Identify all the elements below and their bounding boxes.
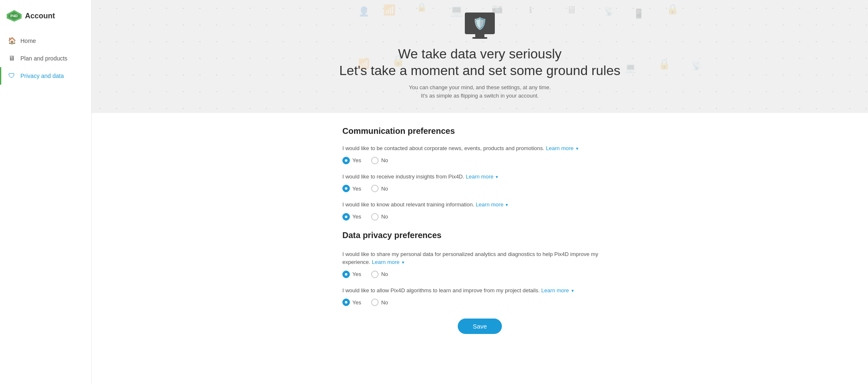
yes-label-1: Yes — [352, 157, 361, 163]
pref-algorithms-no[interactable]: No — [371, 299, 388, 306]
learn-more-corporate[interactable]: Learn more — [546, 145, 574, 151]
pref-algorithms: I would like to allow Pix4D algorithms t… — [342, 286, 617, 306]
learn-more-corporate-chevron: ▾ — [576, 146, 579, 151]
pix4d-logo-icon: P4D — [7, 10, 22, 22]
main-content: 👤 📶 🔒 💻 📷 ℹ 🖥 📡 📱 🔒 📶 🔒 💻 🔒 📡 🛡️ We tak — [92, 0, 868, 384]
home-icon: 🏠 — [8, 37, 15, 45]
no-label-5: No — [381, 299, 388, 306]
pref-industry-insights: I would like to receive industry insight… — [342, 173, 617, 193]
hero-monitor-icon: 🛡️ — [465, 13, 495, 39]
pref-analytics-no-radio[interactable] — [371, 271, 379, 278]
pref-algorithms-no-radio[interactable] — [371, 299, 379, 306]
pref-algorithms-radio-group: Yes No — [342, 299, 617, 306]
app-title: Account — [25, 12, 55, 20]
pref-algorithms-yes-radio[interactable] — [342, 299, 350, 306]
yes-label-3: Yes — [352, 213, 361, 220]
shield-icon: 🛡 — [8, 72, 15, 80]
pref-algorithms-desc: I would like to allow Pix4D algorithms t… — [342, 286, 617, 295]
pref-analytics-yes[interactable]: Yes — [342, 271, 361, 278]
pref-corporate-news-text: I would like to be contacted about corpo… — [342, 145, 544, 151]
yes-label-2: Yes — [352, 186, 361, 192]
no-label-2: No — [381, 186, 388, 192]
save-button[interactable]: Save — [458, 319, 502, 334]
learn-more-industry[interactable]: Learn more — [466, 173, 493, 180]
sidebar-plan-label: Plan and products — [20, 55, 67, 62]
pref-training-yes[interactable]: Yes — [342, 213, 361, 221]
communication-section-title: Communication preferences — [342, 126, 617, 136]
learn-more-algorithms-chevron: ▾ — [571, 288, 574, 293]
pref-corporate-news: I would like to be contacted about corpo… — [342, 144, 617, 164]
pref-industry-no[interactable]: No — [371, 185, 388, 192]
pref-industry-desc: I would like to receive industry insight… — [342, 173, 617, 181]
hero-banner: 👤 📶 🔒 💻 📷 ℹ 🖥 📡 📱 🔒 📶 🔒 💻 🔒 📡 🛡️ We tak — [92, 0, 868, 113]
pref-corporate-no[interactable]: No — [371, 157, 388, 164]
pref-training-no[interactable]: No — [371, 213, 388, 221]
sidebar-home-label: Home — [20, 38, 36, 44]
pref-algorithms-yes[interactable]: Yes — [342, 299, 361, 306]
sidebar-item-home[interactable]: 🏠 Home — [0, 32, 91, 50]
pref-training-desc: I would like to know about relevant trai… — [342, 201, 617, 209]
data-privacy-section-title: Data privacy preferences — [342, 231, 617, 240]
shield-monitor-icon: 🛡️ — [473, 17, 487, 30]
sidebar-item-privacy-data[interactable]: 🛡 Privacy and data — [0, 67, 91, 85]
pref-analytics-no[interactable]: No — [371, 271, 388, 278]
no-label-4: No — [381, 271, 388, 277]
pref-analytics: I would like to share my personal data f… — [342, 250, 617, 278]
sidebar-privacy-label: Privacy and data — [20, 73, 64, 79]
no-label-1: No — [381, 157, 388, 163]
pref-corporate-yes[interactable]: Yes — [342, 157, 361, 164]
sidebar-nav: 🏠 Home 🖥 Plan and products 🛡 Privacy and… — [0, 32, 91, 85]
pref-industry-yes-radio[interactable] — [342, 185, 350, 192]
pref-industry-text: I would like to receive industry insight… — [342, 173, 464, 180]
pref-analytics-radio-group: Yes No — [342, 271, 617, 278]
pref-industry-no-radio[interactable] — [371, 185, 379, 192]
sidebar-item-plan-products[interactable]: 🖥 Plan and products — [0, 50, 91, 67]
save-button-wrapper: Save — [342, 319, 617, 334]
pref-training-text: I would like to know about relevant trai… — [342, 201, 474, 208]
pref-corporate-yes-radio[interactable] — [342, 157, 350, 164]
pref-training-radio-group: Yes No — [342, 213, 617, 221]
learn-more-industry-chevron: ▾ — [496, 174, 498, 179]
pref-analytics-yes-radio[interactable] — [342, 271, 350, 278]
learn-more-training[interactable]: Learn more — [476, 201, 503, 208]
pref-corporate-radio-group: Yes No — [342, 157, 617, 164]
learn-more-algorithms[interactable]: Learn more — [541, 287, 569, 294]
pref-training-no-radio[interactable] — [371, 213, 379, 221]
pref-training-info: I would like to know about relevant trai… — [342, 201, 617, 221]
yes-label-5: Yes — [352, 299, 361, 306]
learn-more-training-chevron: ▾ — [506, 202, 508, 207]
no-label-3: No — [381, 213, 388, 220]
pref-corporate-news-desc: I would like to be contacted about corpo… — [342, 144, 617, 153]
pref-training-yes-radio[interactable] — [342, 213, 350, 221]
svg-text:P4D: P4D — [10, 14, 18, 18]
pref-industry-yes[interactable]: Yes — [342, 185, 361, 192]
app-logo: P4D Account — [0, 7, 91, 32]
learn-more-analytics-chevron: ▾ — [402, 260, 404, 265]
pref-algorithms-text: I would like to allow Pix4D algorithms t… — [342, 287, 540, 294]
pref-corporate-no-radio[interactable] — [371, 157, 379, 164]
pref-analytics-desc: I would like to share my personal data f… — [342, 250, 617, 266]
learn-more-analytics[interactable]: Learn more — [372, 259, 399, 265]
sidebar: P4D Account 🏠 Home 🖥 Plan and products 🛡… — [0, 0, 92, 384]
yes-label-4: Yes — [352, 271, 361, 277]
pref-industry-radio-group: Yes No — [342, 185, 617, 192]
content-area: Communication preferences I would like t… — [334, 113, 626, 351]
monitor-icon: 🖥 — [8, 55, 15, 62]
